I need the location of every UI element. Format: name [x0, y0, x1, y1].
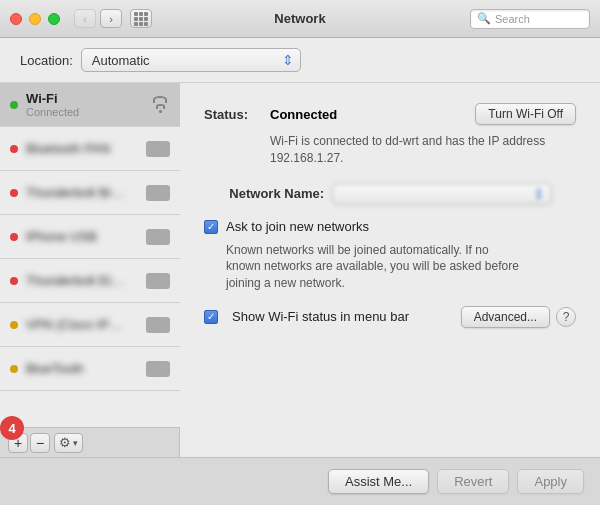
- status-dot-red-5: [10, 277, 18, 285]
- forward-button[interactable]: ›: [100, 9, 122, 28]
- back-button[interactable]: ‹: [74, 9, 96, 28]
- sidebar-item-7[interactable]: BlueTooth: [0, 347, 180, 391]
- network-name-row: Network Name: ⇕: [204, 183, 576, 205]
- location-label: Location:: [20, 53, 73, 68]
- item-badge-7: [146, 361, 170, 377]
- detail-panel: Status: Connected Turn Wi-Fi Off Wi-Fi i…: [180, 83, 600, 457]
- item-badge-4: [146, 229, 170, 245]
- sidebar-item-4[interactable]: iPhone USB: [0, 215, 180, 259]
- status-dot-yellow-6: [10, 321, 18, 329]
- network-name-select[interactable]: ⇕: [332, 183, 552, 205]
- ask-to-join-label: Ask to join new networks: [226, 219, 369, 234]
- item-badge-3: [146, 185, 170, 201]
- status-dot-red-2: [10, 145, 18, 153]
- help-button[interactable]: ?: [556, 307, 576, 327]
- close-button[interactable]: [10, 13, 22, 25]
- status-dot-yellow-7: [10, 365, 18, 373]
- item-name-6: VPN (Cisco IPSec): [26, 317, 126, 332]
- status-row: Status: Connected Turn Wi-Fi Off: [204, 103, 576, 125]
- sidebar-toolbar: 4 + − ⚙ ▾: [0, 427, 180, 457]
- network-select-arrows-icon: ⇕: [533, 186, 545, 202]
- grid-icon: [134, 12, 148, 26]
- item-name-2: Bluetooth PAN: [26, 141, 126, 156]
- status-dot-red-3: [10, 189, 18, 197]
- sidebar-item-6[interactable]: VPN (Cisco IPSec): [0, 303, 180, 347]
- location-select[interactable]: Automatic ⇕: [81, 48, 301, 72]
- grid-button[interactable]: [130, 9, 152, 28]
- apply-button[interactable]: Apply: [517, 469, 584, 494]
- assist-me-button[interactable]: Assist Me...: [328, 469, 429, 494]
- search-placeholder: Search: [495, 13, 530, 25]
- status-value: Connected: [270, 107, 337, 122]
- status-dot-green: [10, 101, 18, 109]
- ask-to-join-checkbox[interactable]: ✓: [204, 220, 218, 234]
- status-description: Wi-Fi is connected to dd-wrt and has the…: [270, 133, 576, 167]
- advanced-button[interactable]: Advanced...: [461, 306, 550, 328]
- search-icon: 🔍: [477, 12, 491, 25]
- search-box[interactable]: 🔍 Search: [470, 9, 590, 29]
- item-name-wifi: Wi-Fi: [26, 91, 126, 106]
- bottom-bar: Assist Me... Revert Apply: [0, 457, 600, 505]
- window-title: Network: [274, 11, 325, 26]
- item-name-4: iPhone USB: [26, 229, 126, 244]
- show-wifi-label: Show Wi-Fi status in menu bar: [232, 309, 409, 324]
- status-label: Status:: [204, 107, 264, 122]
- show-wifi-checkbox[interactable]: ✓: [204, 310, 218, 324]
- item-name-7: BlueTooth: [26, 361, 126, 376]
- wifi-icon: [150, 97, 170, 113]
- remove-button[interactable]: −: [30, 433, 50, 453]
- sidebar-item-2[interactable]: Bluetooth PAN: [0, 127, 180, 171]
- ask-to-join-desc: Known networks will be joined automatica…: [226, 242, 526, 292]
- checkmark-icon: ✓: [207, 222, 215, 232]
- titlebar: ‹ › Network 🔍 Search: [0, 0, 600, 38]
- sidebar-item-3[interactable]: Thunderbolt Bridge: [0, 171, 180, 215]
- ask-to-join-row: ✓ Ask to join new networks: [204, 219, 576, 234]
- network-name-label: Network Name:: [204, 186, 324, 201]
- nav-buttons: ‹ ›: [74, 9, 122, 28]
- item-name-3: Thunderbolt Bridge: [26, 185, 126, 200]
- turn-wifi-off-button[interactable]: Turn Wi-Fi Off: [475, 103, 576, 125]
- badge-count: 4: [0, 416, 24, 440]
- select-arrows-icon: ⇕: [282, 52, 294, 68]
- minimize-button[interactable]: [29, 13, 41, 25]
- location-value: Automatic: [92, 53, 150, 68]
- item-badge-5: [146, 273, 170, 289]
- show-wifi-checkmark-icon: ✓: [207, 312, 215, 322]
- sidebar-item-5[interactable]: Thunderbolt Ethernet: [0, 259, 180, 303]
- gear-button[interactable]: ⚙ ▾: [54, 433, 83, 453]
- item-name-5: Thunderbolt Ethernet: [26, 273, 126, 288]
- item-sub-wifi: Connected: [26, 106, 150, 118]
- gear-icon: ⚙: [59, 435, 71, 450]
- network-list: Wi-Fi Connected Bluetoo: [0, 83, 180, 427]
- gear-chevron-icon: ▾: [73, 438, 78, 448]
- maximize-button[interactable]: [48, 13, 60, 25]
- show-wifi-row: ✓ Show Wi-Fi status in menu bar Advanced…: [204, 306, 576, 328]
- item-badge-6: [146, 317, 170, 333]
- status-dot-red-4: [10, 233, 18, 241]
- sidebar-item-wifi[interactable]: Wi-Fi Connected: [0, 83, 180, 127]
- traffic-lights: [10, 13, 60, 25]
- revert-button[interactable]: Revert: [437, 469, 509, 494]
- item-badge-2: [146, 141, 170, 157]
- location-bar: Location: Automatic ⇕: [0, 38, 600, 83]
